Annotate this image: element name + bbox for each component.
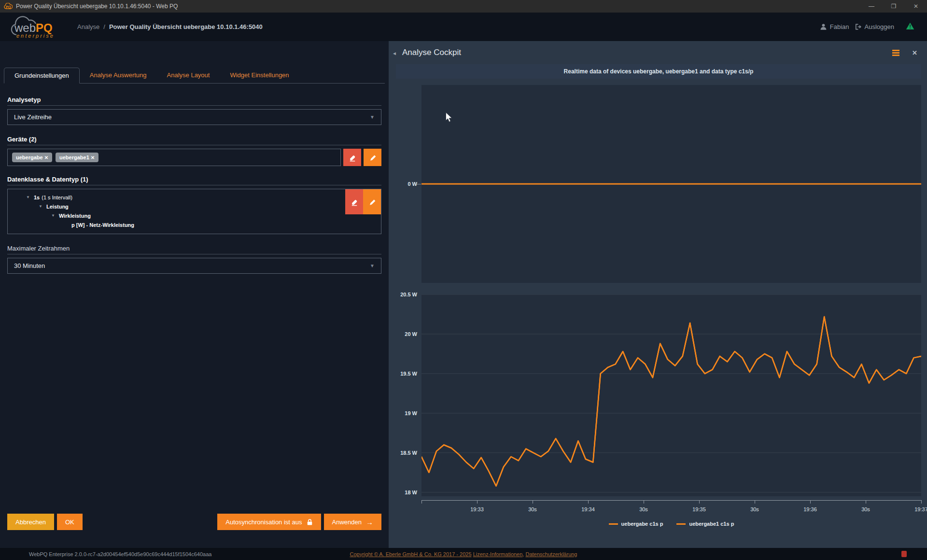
geraete-row: uebergabe✕uebergabe1✕ (7, 149, 381, 166)
breadcrumb-separator: / (103, 23, 105, 30)
zeitrahmen-select[interactable]: 30 Minuten ▼ (7, 258, 381, 274)
datenklasse-label: Datenklasse & Datentyp (1) (7, 176, 381, 185)
copyright-link[interactable]: Copyright © A. Eberle GmbH & Co. KG 2017… (350, 551, 472, 557)
top-chart-plot (421, 85, 921, 283)
analysetyp-select[interactable]: Live Zeitreihe ▼ (7, 109, 381, 125)
legend-line-swatch (676, 523, 686, 525)
legend-item-uebergabe1-c1s-p[interactable]: uebergabe1 c1s p (676, 521, 734, 527)
privacy-link[interactable]: Datenschutzerklärung (525, 551, 577, 557)
y-tick-label: 0 W (407, 181, 417, 187)
device-chip-uebergabe1[interactable]: uebergabe1✕ (56, 153, 98, 162)
top-chart-y-axis: 0 W (396, 85, 421, 283)
tab-grundeinstellungen[interactable]: Grundeinstellungen (4, 68, 80, 84)
x-tick-label: 30s (639, 506, 648, 512)
tree-item-label: Leistung (46, 204, 69, 210)
bottom-chart-y-axis: 20.5 W20 W19.5 W19 W18.5 W18 W (396, 294, 421, 496)
logout-label: Ausloggen (865, 23, 894, 30)
user-icon (820, 23, 827, 30)
version-text: WebPQ Enterprise 2.0.0-rc7-a2d00454ef540… (29, 551, 211, 557)
tree-item-label: 1s (34, 195, 40, 200)
tree-item-wirkleistung[interactable]: ▼Wirkleistung (8, 211, 381, 220)
bottom-chart-x-axis: 19:3330s19:3430s19:3530s19:3630s19:37 (421, 500, 921, 517)
y-tick-label: 19.5 W (400, 371, 417, 377)
remove-chip-icon[interactable]: ✕ (44, 155, 48, 160)
breadcrumb-section[interactable]: Analyse (77, 23, 99, 30)
tab-analyse-auswertung[interactable]: Analyse Auswertung (80, 68, 157, 83)
x-tick-mark (866, 500, 866, 504)
x-axis-line (421, 500, 921, 501)
collapse-panel-icon[interactable]: ◄ (392, 51, 397, 56)
top-chart: 0 W (396, 85, 921, 283)
license-link[interactable]: Lizenz-Informationen (473, 551, 523, 557)
chevron-down-icon: ▼ (370, 114, 375, 120)
x-tick-label: 19:34 (581, 506, 595, 512)
tree-item-1s[interactable]: ▼1s(1 s Intervall) (8, 193, 381, 202)
tab-analyse-layout[interactable]: Analyse Layout (157, 68, 220, 83)
pencil-icon (368, 198, 376, 206)
geraete-label: Geräte (2) (7, 136, 381, 145)
autosync-button[interactable]: Autosynchronisation ist aus (217, 514, 321, 530)
tree-item-leistung[interactable]: ▼Leistung (8, 202, 381, 211)
caret-down-icon[interactable]: ▼ (39, 204, 46, 209)
user-menu[interactable]: Fabian (820, 23, 849, 30)
close-widget-icon[interactable]: ✕ (912, 49, 917, 56)
tree-item-p-w-netz-wirkleistung[interactable]: p [W] - Netz-Wirkleistung (8, 220, 381, 229)
x-tick-mark (588, 500, 589, 504)
cockpit-title: Analyse Cockpit (402, 48, 461, 57)
y-tick-label: 19 W (405, 410, 417, 416)
geraete-edit-button[interactable] (364, 149, 381, 166)
device-chip-label: uebergabe1 (59, 154, 89, 160)
notification-icon[interactable] (901, 551, 907, 557)
x-tick-mark (699, 500, 700, 504)
eraser-icon (348, 153, 357, 162)
chart-widget-title: Realtime data of devices uebergabe, uebe… (396, 64, 921, 79)
device-chip-uebergabe[interactable]: uebergabe✕ (12, 153, 52, 162)
restore-button[interactable]: ❐ (883, 0, 905, 13)
tab-widget-einstellungen[interactable]: Widget Einstellungen (220, 68, 299, 83)
remove-chip-icon[interactable]: ✕ (91, 155, 95, 160)
analyse-cockpit-panel: ◄ Analyse Cockpit ✕ Realtime data of dev… (389, 41, 927, 548)
analysetyp-label: Analysetyp (7, 96, 381, 106)
tree-item-label: p [W] - Netz-Wirkleistung (71, 222, 134, 228)
pencil-icon (369, 154, 377, 161)
legend-item-uebergabe-c1s-p[interactable]: uebergabe c1s p (609, 521, 663, 527)
settings-panel: GrundeinstellungenAnalyse AuswertungAnal… (0, 41, 389, 548)
webpq-logo[interactable]: webPQ enterprise (7, 14, 64, 41)
eraser-icon (350, 197, 359, 206)
app-icon: PQ (4, 3, 13, 10)
geraete-clear-button[interactable] (343, 149, 361, 166)
breadcrumb: Analyse / Power Quality Übersicht ueberg… (77, 23, 263, 30)
tree-item-suffix: (1 s Intervall) (42, 195, 72, 200)
warning-indicator[interactable]: ! (906, 22, 914, 31)
datenklasse-edit-button[interactable] (363, 189, 381, 214)
close-button[interactable]: ✕ (905, 0, 927, 13)
analysetyp-value: Live Zeitreihe (14, 113, 52, 121)
apply-button[interactable]: Anwenden → (324, 514, 381, 530)
legend-label: uebergabe1 c1s p (689, 521, 734, 527)
cancel-button[interactable]: Abbrechen (7, 514, 54, 530)
geraete-chipbox[interactable]: uebergabe✕uebergabe1✕ (7, 149, 341, 166)
zeitrahmen-value: 30 Minuten (14, 262, 45, 269)
y-tick-label: 18 W (405, 490, 417, 495)
settings-form: Analysetyp Live Zeitreihe ▼ Geräte (2) u… (0, 84, 389, 274)
datenklasse-clear-button[interactable] (345, 189, 363, 214)
y-tick-mark (417, 184, 421, 184)
bottom-chart: 20.5 W20 W19.5 W19 W18.5 W18 W (396, 294, 921, 496)
widget-menu-icon[interactable] (892, 50, 899, 56)
x-tick-mark (477, 500, 478, 504)
svg-text:!: ! (910, 24, 911, 29)
x-tick-label: 30s (750, 506, 759, 512)
caret-down-icon[interactable]: ▼ (51, 213, 59, 218)
minimize-button[interactable]: — (860, 0, 883, 13)
username: Fabian (830, 23, 849, 30)
datenklasse-actions (345, 189, 381, 214)
window-title: Power Quality Übersicht uebergabe 10.10.… (16, 3, 178, 10)
logout-button[interactable]: Ausloggen (854, 23, 894, 30)
breadcrumb-page: Power Quality Übersicht uebergabe 10.10.… (109, 23, 263, 30)
realtime-chart-widget: Realtime data of devices uebergabe, uebe… (396, 64, 921, 527)
settings-tabs: GrundeinstellungenAnalyse AuswertungAnal… (4, 68, 385, 84)
caret-down-icon[interactable]: ▼ (26, 195, 34, 199)
ok-button[interactable]: OK (57, 514, 83, 530)
window-controls: — ❐ ✕ (860, 0, 927, 13)
footer-links: Copyright © A. Eberle GmbH & Co. KG 2017… (350, 551, 577, 557)
